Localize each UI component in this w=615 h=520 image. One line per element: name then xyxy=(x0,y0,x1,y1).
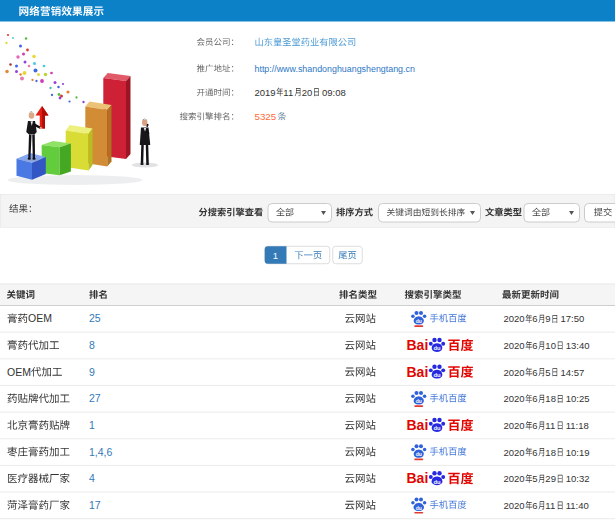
svg-text:1: 1 xyxy=(273,250,278,261)
svg-text:6: 6 xyxy=(532,393,537,404)
svg-text:11: 11 xyxy=(283,87,293,98)
svg-text:6: 6 xyxy=(532,420,537,431)
svg-text:9: 9 xyxy=(545,313,550,324)
svg-text:11: 11 xyxy=(545,420,555,431)
svg-text:2020: 2020 xyxy=(504,393,525,404)
svg-text:11:18: 11:18 xyxy=(566,420,589,431)
svg-text:27: 27 xyxy=(89,392,101,404)
svg-text:18: 18 xyxy=(545,393,556,404)
svg-text:09:08: 09:08 xyxy=(322,87,346,98)
svg-text:OEM: OEM xyxy=(7,366,31,378)
svg-text:14:57: 14:57 xyxy=(560,367,584,378)
svg-text:25: 25 xyxy=(89,312,101,324)
svg-text:6: 6 xyxy=(532,447,537,458)
svg-text:2019: 2019 xyxy=(255,87,276,98)
svg-text:OEM: OEM xyxy=(28,312,52,324)
svg-text:1: 1 xyxy=(89,419,95,431)
svg-text:2020: 2020 xyxy=(504,447,525,458)
svg-text:2020: 2020 xyxy=(504,313,525,324)
svg-text:6: 6 xyxy=(532,500,537,511)
svg-text:10:32: 10:32 xyxy=(566,473,590,484)
svg-text:11: 11 xyxy=(545,500,555,511)
svg-text:9: 9 xyxy=(89,366,95,378)
svg-text:5: 5 xyxy=(545,367,550,378)
svg-text:6: 6 xyxy=(532,313,537,324)
svg-text:10: 10 xyxy=(545,340,556,351)
svg-text:5325: 5325 xyxy=(255,111,277,122)
svg-text:2020: 2020 xyxy=(504,420,525,431)
svg-text:18: 18 xyxy=(545,447,556,458)
svg-text:8: 8 xyxy=(89,339,95,351)
svg-text:13:40: 13:40 xyxy=(566,340,590,351)
svg-text:6: 6 xyxy=(532,367,537,378)
svg-text:4: 4 xyxy=(89,472,95,484)
svg-text:http://www.shandonghuangshengt: http://www.shandonghuangshengtang.cn xyxy=(255,64,415,74)
svg-text:5: 5 xyxy=(532,473,537,484)
svg-text:6: 6 xyxy=(532,340,537,351)
svg-text:29: 29 xyxy=(545,473,556,484)
svg-text:20: 20 xyxy=(302,87,313,98)
svg-text:10:25: 10:25 xyxy=(566,393,590,404)
svg-text:17:50: 17:50 xyxy=(560,313,584,324)
svg-text:2020: 2020 xyxy=(504,500,525,511)
svg-text:2020: 2020 xyxy=(504,340,525,351)
svg-text:17: 17 xyxy=(89,499,101,511)
svg-text:10:19: 10:19 xyxy=(566,447,590,458)
svg-text:2020: 2020 xyxy=(504,367,525,378)
svg-text:2020: 2020 xyxy=(504,473,525,484)
svg-text:1,4,6: 1,4,6 xyxy=(89,446,113,458)
svg-text:11:40: 11:40 xyxy=(566,500,589,511)
